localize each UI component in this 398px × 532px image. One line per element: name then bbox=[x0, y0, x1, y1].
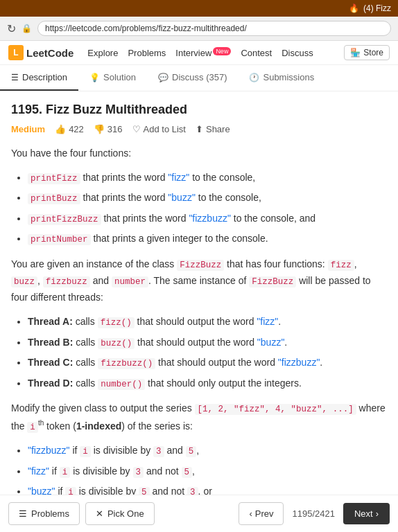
next-label: Next bbox=[354, 508, 373, 519]
next-icon: › bbox=[376, 508, 379, 519]
fire-icon: 🔥 bbox=[349, 3, 359, 13]
list-item: printFizz that prints the word "fizz" to… bbox=[28, 169, 387, 187]
tab-submissions-label: Submissions bbox=[263, 72, 314, 82]
page-number: 1195/2421 bbox=[288, 503, 338, 524]
browser-tab-bar: 🔥 (4) Fizz bbox=[0, 0, 398, 17]
prev-label: Prev bbox=[255, 508, 274, 519]
browser-address-bar: ↻ 🔒 https://leetcode.com/problems/fizz-b… bbox=[0, 17, 398, 41]
logo[interactable]: L LeetCode bbox=[8, 45, 73, 60]
modify-paragraph: Modify the given class to output the ser… bbox=[11, 400, 387, 435]
new-badge: New bbox=[213, 47, 231, 55]
logo-icon: L bbox=[8, 45, 24, 60]
condition-fizz: "fizz" if i is divisible by 3 and not 5, bbox=[28, 463, 387, 481]
discuss-icon: 💬 bbox=[158, 73, 168, 82]
string-fizz: "fizz" bbox=[168, 172, 189, 183]
problem-content: 1195. Fizz Buzz Multithreaded Medium 👍 4… bbox=[0, 91, 398, 532]
logo-text: LeetCode bbox=[26, 47, 73, 59]
list-item: printNumber that prints a given integer … bbox=[28, 230, 387, 248]
thumbs-up-icon: 👍 bbox=[55, 124, 66, 134]
likes-count: 422 bbox=[69, 124, 84, 134]
submissions-icon: 🕐 bbox=[249, 73, 259, 82]
nav-interview[interactable]: InterviewNew bbox=[175, 48, 231, 58]
code-5a: 5 bbox=[186, 446, 197, 457]
thread-a-label: Thread A: bbox=[28, 316, 73, 327]
code-printFizz: printFizz bbox=[28, 173, 80, 184]
tab-description[interactable]: ☰ Description bbox=[0, 65, 78, 91]
dislikes-button[interactable]: 👎 316 bbox=[94, 124, 123, 134]
class-description: You are given an instance of the class F… bbox=[11, 256, 387, 306]
nav-links: Explore Problems InterviewNew Contest Di… bbox=[87, 48, 313, 58]
string-fizz3: "fizz" bbox=[28, 466, 49, 477]
tab-submissions[interactable]: 🕐 Submissions bbox=[238, 65, 325, 91]
functions-list: printFizz that prints the word "fizz" to… bbox=[28, 169, 387, 248]
navbar: L LeetCode Explore Problems InterviewNew… bbox=[0, 41, 398, 65]
problem-description: You have the four functions: printFizz t… bbox=[11, 145, 387, 521]
nav-explore[interactable]: Explore bbox=[87, 48, 118, 58]
code-FizzBuzz1: FizzBuzz bbox=[177, 260, 224, 271]
bold-1indexed: 1-indexed bbox=[76, 420, 121, 432]
condition-fizzbuzz: "fizzbuzz" if i is divisible by 3 and 5, bbox=[28, 442, 387, 460]
heart-icon: ♡ bbox=[132, 124, 141, 134]
prev-icon: ‹ bbox=[249, 508, 252, 519]
bottom-bar: ☰ Problems ✕ Pick One ‹ Prev 1195/2421 N… bbox=[0, 495, 398, 532]
nav-right: 🏪 Store bbox=[344, 45, 390, 60]
likes-button[interactable]: 👍 422 bbox=[55, 124, 84, 134]
code-printNumber: printNumber bbox=[28, 234, 91, 245]
code-fizz-call: fizz() bbox=[98, 317, 135, 328]
code-i1: i bbox=[80, 446, 91, 457]
problem-title: 1195. Fizz Buzz Multithreaded bbox=[11, 103, 387, 117]
tab-discuss-label: Discuss (357) bbox=[172, 72, 227, 82]
code-FizzBuzz2: FizzBuzz bbox=[249, 276, 296, 287]
list-item: printFizzBuzz that prints the word "fizz… bbox=[28, 210, 387, 228]
code-fizzbuzz-call: fizzbuzz() bbox=[98, 358, 155, 369]
code-number-call: number() bbox=[98, 379, 145, 390]
add-to-list-button[interactable]: ♡ Add to List bbox=[132, 124, 186, 134]
nav-problems[interactable]: Problems bbox=[128, 48, 166, 58]
code-5b: 5 bbox=[182, 467, 193, 478]
difficulty-badge: Medium bbox=[11, 124, 45, 134]
dislikes-count: 316 bbox=[107, 124, 123, 134]
add-to-list-label: Add to List bbox=[144, 124, 186, 134]
pick-one-button[interactable]: ✕ Pick One bbox=[85, 502, 155, 525]
code-3a: 3 bbox=[153, 446, 164, 457]
prev-button[interactable]: ‹ Prev bbox=[239, 502, 284, 525]
nav-discuss[interactable]: Discuss bbox=[282, 48, 313, 58]
pick-one-label: Pick One bbox=[107, 508, 144, 519]
nav-contest[interactable]: Contest bbox=[241, 48, 272, 58]
code-series: [1, 2, "fizz", 4, "buzz", ...] bbox=[195, 404, 356, 415]
thumbs-down-icon: 👎 bbox=[94, 124, 105, 134]
string-fizzbuzz3: "fizzbuzz" bbox=[28, 445, 70, 456]
lock-icon: 🔒 bbox=[21, 24, 32, 33]
refresh-icon[interactable]: ↻ bbox=[7, 22, 16, 35]
next-button[interactable]: Next › bbox=[343, 503, 390, 524]
problem-tabs: ☰ Description 💡 Solution 💬 Discuss (357)… bbox=[0, 65, 398, 91]
tab-solution[interactable]: 💡 Solution bbox=[78, 65, 147, 91]
superscript-th: th bbox=[38, 419, 44, 427]
thread-d-label: Thread D: bbox=[28, 378, 73, 389]
store-button[interactable]: 🏪 Store bbox=[344, 45, 390, 60]
share-button[interactable]: ⬆ Share bbox=[196, 124, 230, 134]
thread-c-label: Thread C: bbox=[28, 357, 73, 368]
tab-discuss[interactable]: 💬 Discuss (357) bbox=[147, 65, 238, 91]
code-printBuzz: printBuzz bbox=[28, 193, 80, 204]
solution-icon: 💡 bbox=[89, 73, 100, 82]
string-buzz: "buzz" bbox=[168, 192, 196, 203]
string-fizzbuzz2: "fizzbuzz" bbox=[278, 357, 320, 368]
list-item: printBuzz that prints the word "buzz" to… bbox=[28, 189, 387, 207]
meta-row: Medium 👍 422 👎 316 ♡ Add to List ⬆ Share bbox=[11, 124, 387, 134]
store-icon: 🏪 bbox=[350, 48, 361, 57]
code-fizz: fizz bbox=[328, 260, 354, 271]
pick-icon: ✕ bbox=[96, 508, 103, 519]
code-number: number bbox=[112, 276, 148, 287]
thread-a: Thread A: calls fizz() that should outpu… bbox=[28, 313, 387, 331]
url-bar[interactable]: https://leetcode.com/problems/fizz-buzz-… bbox=[37, 21, 391, 36]
thread-d: Thread D: calls number() that should onl… bbox=[28, 375, 387, 393]
thread-b-label: Thread B: bbox=[28, 337, 73, 348]
store-label: Store bbox=[363, 48, 383, 57]
description-icon: ☰ bbox=[11, 73, 19, 82]
problems-button[interactable]: ☰ Problems bbox=[8, 502, 80, 525]
threads-list: Thread A: calls fizz() that should outpu… bbox=[28, 313, 387, 392]
code-i2: i bbox=[60, 467, 71, 478]
code-3b: 3 bbox=[133, 467, 144, 478]
navigation-controls: ‹ Prev 1195/2421 Next › bbox=[239, 502, 390, 525]
